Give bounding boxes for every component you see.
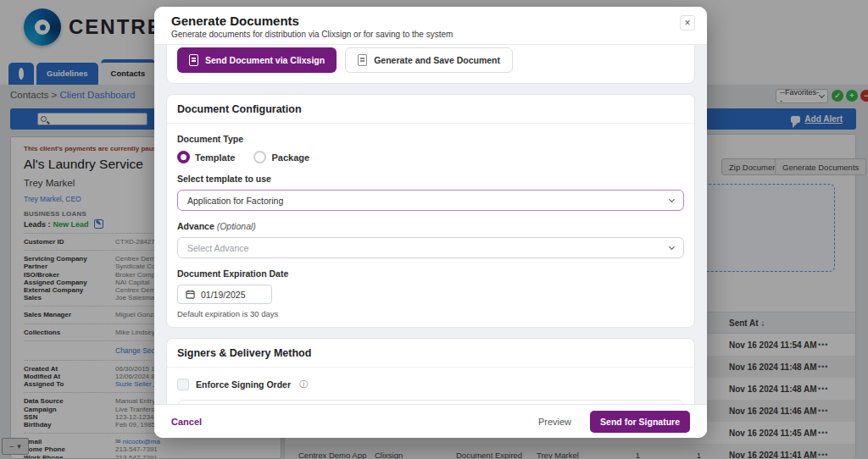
advance-label-text: Advance — [177, 221, 214, 231]
document-type-radios: Template Package — [177, 151, 684, 163]
modal-footer: Cancel Preview Send for Signature — [154, 404, 707, 438]
cancel-button[interactable]: Cancel — [171, 417, 202, 427]
enforce-signing-checkbox[interactable] — [177, 379, 189, 390]
section-title: Signers & Delivery Method — [167, 347, 694, 368]
template-select-label: Select template to use — [177, 174, 684, 184]
chevron-down-icon — [669, 196, 675, 202]
document-icon — [189, 54, 198, 66]
calendar-icon — [186, 290, 195, 299]
enforce-signing-label: Enforce Signing Order — [196, 379, 291, 390]
modal-title: Generate Documents — [171, 14, 690, 28]
radio-package[interactable]: Package — [253, 151, 309, 163]
actions-buttons: Send Document via Clixsign Generate and … — [177, 47, 684, 73]
radio-selected-icon[interactable] — [177, 151, 190, 163]
radio-template-label: Template — [195, 152, 235, 163]
advance-label: Advance (Optional) — [177, 221, 684, 231]
template-select[interactable]: Application for Factoring — [177, 190, 684, 211]
document-icon — [358, 54, 367, 66]
advance-select[interactable]: Select Advance — [177, 237, 684, 258]
chevron-down-icon — [669, 244, 675, 250]
template-select-value: Application for Factoring — [187, 196, 283, 206]
radio-template[interactable]: Template — [177, 151, 235, 163]
send-via-clixsign-button[interactable]: Send Document via Clixsign — [177, 47, 337, 73]
generate-save-label: Generate and Save Document — [374, 55, 500, 65]
enforce-signing-order-row: Enforce Signing Order ⓘ — [177, 379, 684, 390]
modal-subtitle: Generate documents for distribution via … — [171, 30, 690, 39]
document-type-label: Document Type — [177, 134, 684, 144]
expiration-help-text: Default expiration is 30 days — [177, 309, 684, 318]
info-icon[interactable]: ⓘ — [299, 379, 308, 390]
signers-section: Signers & Delivery Method Enforce Signin… — [166, 338, 695, 404]
send-for-signature-button[interactable]: Send for Signature — [590, 411, 690, 433]
modal-body: Actions Send Document via Clixsign Gener… — [154, 45, 707, 404]
expiration-date-value: 01/19/2025 — [201, 290, 246, 300]
send-via-clixsign-label: Send Document via Clixsign — [205, 55, 325, 65]
document-configuration-section: Document Configuration Document Type Tem… — [166, 94, 695, 328]
advance-optional-text: (Optional) — [217, 221, 256, 231]
actions-section: Actions Send Document via Clixsign Gener… — [166, 45, 695, 84]
generate-save-button[interactable]: Generate and Save Document — [345, 47, 513, 73]
radio-unselected-icon[interactable] — [253, 151, 266, 163]
expiration-date-input[interactable]: 01/19/2025 — [177, 285, 272, 304]
radio-package-label: Package — [271, 152, 309, 163]
preview-button[interactable]: Preview — [538, 417, 571, 427]
generate-documents-modal: Generate Documents Generate documents fo… — [154, 7, 707, 438]
section-title: Document Configuration — [167, 103, 694, 124]
modal-header: Generate Documents Generate documents fo… — [154, 7, 707, 45]
close-icon[interactable]: × — [680, 15, 695, 30]
expiration-date-label: Document Expiration Date — [177, 268, 684, 279]
screen: CENTREX Guidelines Contacts Advances Lea… — [0, 0, 868, 459]
advance-select-placeholder: Select Advance — [187, 243, 248, 253]
